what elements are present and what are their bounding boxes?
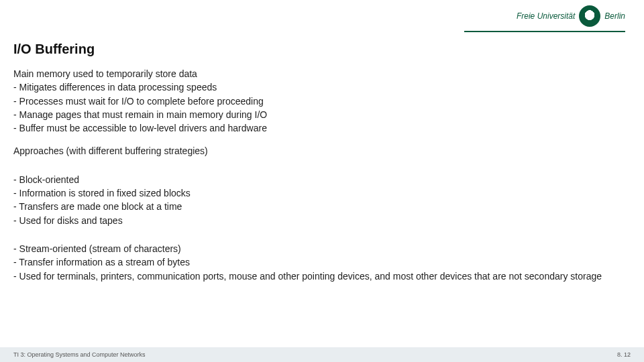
body-line: - Stream-oriented (stream of characters) (13, 242, 625, 255)
body-line: - Manage pages that must remain in main … (13, 108, 625, 121)
body-line: - Block-oriented (13, 173, 625, 186)
slide-body: Main memory used to temporarily store da… (13, 67, 625, 283)
body-line: - Information is stored in fixed sized b… (13, 186, 625, 200)
footer-left: TI 3: Operating Systems and Computer Net… (13, 351, 146, 358)
logo-text-right: Berlin (604, 11, 625, 21)
logo-text-left: Freie Universität (517, 11, 575, 21)
body-line: - Used for disks and tapes (13, 214, 625, 227)
slide: Freie Universität Berlin I/O Buffering M… (0, 0, 644, 362)
body-line: Main memory used to temporarily store da… (13, 67, 625, 80)
body-line: - Mitigates differences in data processi… (13, 80, 625, 94)
footer: TI 3: Operating Systems and Computer Net… (0, 347, 644, 362)
university-logo: Freie Universität Berlin (517, 5, 625, 27)
body-line: - Used for terminals, printers, communic… (13, 269, 625, 283)
slide-title: I/O Buffering (13, 42, 95, 57)
body-line: - Transfer information as a stream of by… (13, 255, 625, 269)
footer-right: 8. 12 (617, 351, 631, 358)
body-line: Approaches (with different buffering str… (13, 144, 625, 158)
body-line: - Processes must wait for I/O to complet… (13, 95, 625, 108)
seal-icon (579, 5, 600, 27)
body-line: - Transfers are made one block at a time (13, 200, 625, 213)
body-line: - Buffer must be accessible to low-level… (13, 121, 625, 135)
logo-underline (464, 31, 625, 32)
